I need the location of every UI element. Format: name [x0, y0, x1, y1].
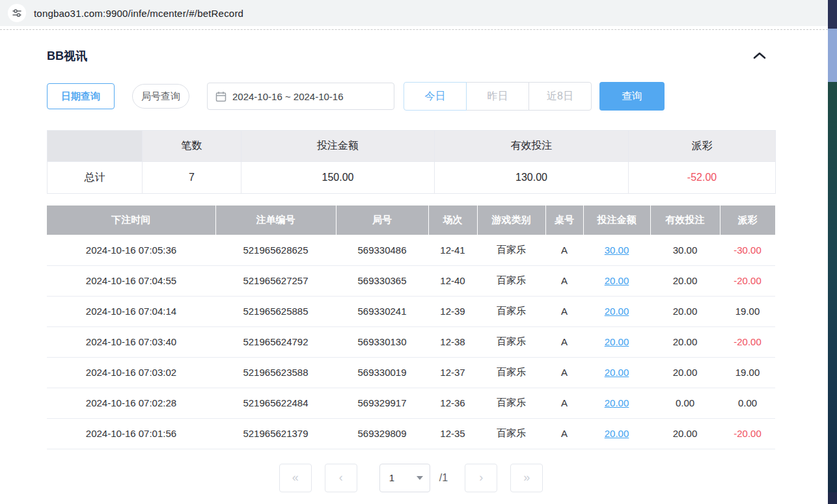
quick-yesterday-button[interactable]: 昨日 — [466, 82, 529, 111]
table-row: 2024-10-16 07:05:36521965628625569330486… — [47, 235, 775, 265]
summary-total-row: 总计 7 150.00 130.00 -52.00 — [48, 162, 776, 194]
date-query-tab[interactable]: 日期查询 — [47, 83, 115, 109]
table-row: 2024-10-16 07:03:40521965624792569330130… — [47, 326, 775, 357]
pagination: « ‹ 1 /1 › » — [47, 464, 775, 492]
date-range-value: 2024-10-16 ~ 2024-10-16 — [232, 91, 344, 102]
bet-amount-link[interactable]: 20.00 — [605, 306, 629, 317]
bet-record-table: 下注时间 注单编号 局号 场次 游戏类别 桌号 投注金额 有效投注 派彩 202… — [47, 206, 775, 449]
search-button[interactable]: 查询 — [599, 82, 665, 111]
vertical-scrollbar — [828, 0, 837, 504]
next-page-button[interactable]: › — [465, 464, 497, 492]
bet-amount-link[interactable]: 20.00 — [605, 428, 629, 439]
panel-header: BB视讯 — [47, 48, 775, 64]
summary-header-payout: 派彩 — [629, 131, 776, 162]
col-table-no: 桌号 — [545, 206, 583, 235]
summary-header-bet-amount: 投注金额 — [241, 131, 435, 162]
summary-valid-bet: 130.00 — [435, 162, 629, 194]
address-bar[interactable]: tongbao31.com:9900/infe/mcenter/#/betRec… — [0, 0, 828, 26]
round-query-tab[interactable]: 局号查询 — [132, 84, 189, 109]
col-bet-time: 下注时间 — [47, 206, 215, 235]
col-bet-amount: 投注金额 — [583, 206, 650, 235]
url-text[interactable]: tongbao31.com:9900/infe/mcenter/#/betRec… — [34, 8, 243, 19]
bet-amount-link[interactable]: 30.00 — [605, 245, 629, 256]
page-total: /1 — [439, 472, 448, 484]
bet-table-header-row: 下注时间 注单编号 局号 场次 游戏类别 桌号 投注金额 有效投注 派彩 — [47, 206, 775, 235]
table-row: 2024-10-16 07:04:14521965625885569330241… — [47, 296, 775, 326]
first-page-button[interactable]: « — [279, 464, 312, 492]
scrollbar-thumb[interactable] — [828, 29, 837, 82]
bet-amount-link[interactable]: 20.00 — [605, 367, 629, 378]
summary-header-count: 笔数 — [143, 131, 241, 162]
bet-amount-link[interactable]: 20.00 — [605, 397, 629, 408]
bet-record-panel: BB视讯 日期查询 局号查询 2024-1 — [47, 30, 775, 492]
bet-amount-link[interactable]: 20.00 — [605, 275, 629, 286]
date-range-picker[interactable]: 2024-10-16 ~ 2024-10-16 — [207, 83, 394, 110]
col-valid-bet: 有效投注 — [650, 206, 720, 235]
table-row: 2024-10-16 07:02:28521965622484569329917… — [47, 388, 775, 418]
summary-total-label: 总计 — [48, 162, 143, 194]
table-row: 2024-10-16 07:01:56521965621379569329809… — [47, 418, 775, 449]
bet-table-body: 2024-10-16 07:05:36521965628625569330486… — [47, 235, 775, 449]
collapse-chevron-up-icon[interactable] — [748, 49, 771, 64]
col-order-id: 注单编号 — [215, 206, 336, 235]
page-select[interactable]: 1 — [379, 464, 430, 492]
scrollbar-track[interactable] — [828, 82, 837, 492]
table-row: 2024-10-16 07:03:02521965623588569330019… — [47, 357, 775, 388]
summary-header-valid-bet: 有效投注 — [435, 131, 629, 162]
table-row: 2024-10-16 07:04:55521965627257569330365… — [47, 265, 775, 296]
summary-count: 7 — [143, 162, 241, 194]
page-select-wrap: 1 — [379, 464, 430, 492]
calendar-icon — [215, 91, 226, 102]
scroll-up-arrow[interactable] — [828, 0, 837, 29]
col-payout: 派彩 — [720, 206, 775, 235]
quick-last8days-button[interactable]: 近8日 — [528, 82, 592, 111]
browser-window: tongbao31.com:9900/infe/mcenter/#/betRec… — [0, 0, 837, 504]
summary-payout: -52.00 — [629, 162, 776, 194]
summary-header-empty — [48, 131, 143, 162]
summary-header-row: 笔数 投注金额 有效投注 派彩 — [48, 131, 776, 162]
quick-today-button[interactable]: 今日 — [404, 82, 467, 111]
summary-bet-amount: 150.00 — [241, 162, 435, 194]
site-settings-icon[interactable] — [8, 4, 26, 22]
col-game-type: 游戏类别 — [477, 206, 545, 235]
summary-table: 笔数 投注金额 有效投注 派彩 总计 7 150.00 130.00 -52.0… — [47, 130, 776, 194]
col-round-id: 局号 — [336, 206, 428, 235]
col-session: 场次 — [428, 206, 477, 235]
filter-row: 日期查询 局号查询 2024-10-16 ~ 2024-10-16 今日 昨日 … — [47, 82, 775, 111]
prev-page-button[interactable]: ‹ — [325, 464, 357, 492]
scroll-down-arrow[interactable] — [828, 492, 837, 504]
bet-amount-link[interactable]: 20.00 — [605, 336, 629, 347]
quick-date-group: 今日 昨日 近8日 — [404, 82, 592, 111]
last-page-button[interactable]: » — [510, 464, 543, 492]
panel-title: BB视讯 — [47, 48, 87, 64]
